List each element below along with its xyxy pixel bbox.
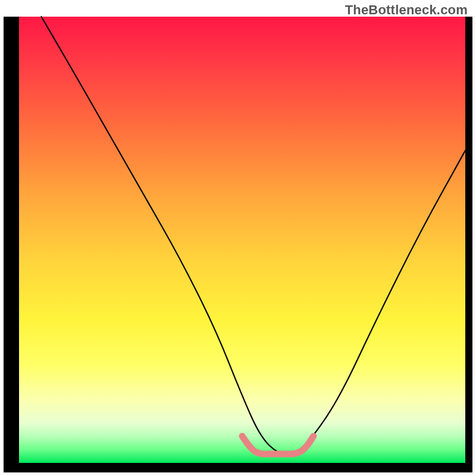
watermark-text: TheBottleneck.com: [345, 2, 468, 18]
chart-svg: [19, 17, 465, 463]
pink-trough-path: [242, 436, 314, 454]
black-curve-path: [42, 17, 466, 454]
